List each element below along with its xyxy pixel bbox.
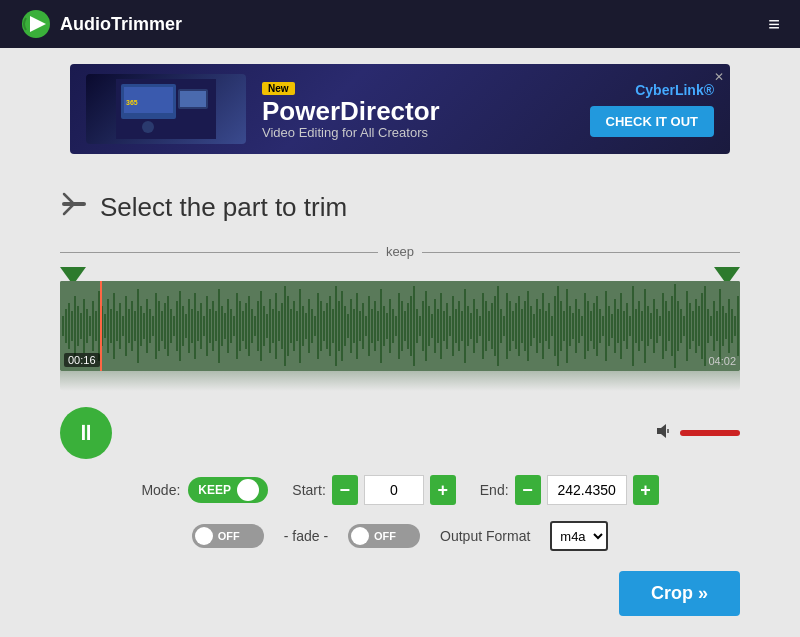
svg-rect-116 [377, 311, 379, 341]
svg-rect-75 [254, 316, 256, 336]
svg-rect-113 [368, 296, 370, 356]
svg-rect-224 [701, 293, 703, 359]
start-minus-button[interactable]: − [332, 475, 358, 505]
ad-image: 365 [86, 74, 246, 144]
svg-rect-159 [506, 293, 508, 359]
svg-rect-56 [197, 311, 199, 341]
svg-rect-15 [74, 296, 76, 356]
svg-rect-23 [98, 291, 100, 361]
play-pause-button[interactable]: ⏸ [60, 407, 112, 459]
end-value-input[interactable] [547, 475, 627, 505]
options-row: OFF - fade - OFF Output Format m4a mp3 o… [60, 521, 740, 551]
svg-rect-82 [275, 293, 277, 359]
svg-rect-156 [497, 286, 499, 366]
svg-rect-207 [650, 313, 652, 339]
svg-rect-110 [359, 311, 361, 341]
svg-rect-35 [134, 311, 136, 341]
section-title-area: Select the part to trim [60, 190, 740, 224]
svg-rect-198 [623, 311, 625, 341]
fade-in-toggle[interactable]: OFF [192, 524, 264, 548]
svg-rect-169 [536, 299, 538, 353]
mode-group: Mode: KEEP [141, 477, 268, 503]
svg-rect-115 [374, 301, 376, 351]
svg-rect-148 [473, 299, 475, 353]
svg-rect-214 [671, 296, 673, 356]
svg-rect-232 [725, 313, 727, 339]
svg-rect-152 [485, 301, 487, 351]
start-plus-button[interactable]: + [430, 475, 456, 505]
svg-rect-160 [509, 301, 511, 351]
svg-rect-37 [140, 306, 142, 346]
svg-rect-142 [455, 309, 457, 343]
end-plus-button[interactable]: + [633, 475, 659, 505]
waveform[interactable]: // Generated inline waveform bars [60, 281, 740, 371]
svg-rect-124 [401, 301, 403, 351]
svg-rect-141 [452, 296, 454, 356]
svg-rect-194 [611, 314, 613, 338]
svg-rect-69 [236, 293, 238, 359]
end-minus-button[interactable]: − [515, 475, 541, 505]
svg-rect-34 [131, 301, 133, 351]
svg-rect-114 [371, 309, 373, 343]
svg-rect-222 [695, 299, 697, 353]
svg-rect-16 [77, 306, 79, 346]
svg-rect-78 [263, 306, 265, 346]
svg-rect-42 [155, 293, 157, 359]
svg-rect-105 [344, 306, 346, 346]
svg-rect-127 [410, 296, 412, 356]
svg-rect-155 [494, 296, 496, 356]
svg-rect-197 [620, 293, 622, 359]
svg-rect-144 [461, 311, 463, 341]
svg-rect-225 [704, 286, 706, 366]
svg-rect-221 [692, 311, 694, 341]
svg-rect-202 [635, 309, 637, 343]
svg-rect-195 [614, 299, 616, 353]
svg-rect-94 [311, 309, 313, 343]
svg-rect-121 [392, 309, 394, 343]
svg-rect-107 [350, 299, 352, 353]
svg-rect-150 [479, 316, 481, 336]
svg-rect-119 [386, 313, 388, 339]
output-format-select[interactable]: m4a mp3 ogg wav [550, 521, 608, 551]
svg-rect-47 [170, 309, 172, 343]
svg-rect-59 [206, 296, 208, 356]
svg-rect-165 [524, 301, 526, 351]
svg-rect-128 [413, 286, 415, 366]
fade-in-knob [195, 527, 213, 545]
volume-bar[interactable] [680, 430, 740, 436]
svg-rect-43 [158, 301, 160, 351]
svg-rect-170 [539, 309, 541, 343]
svg-rect-208 [653, 299, 655, 353]
svg-rect-46 [167, 296, 169, 356]
mode-toggle[interactable]: KEEP [188, 477, 268, 503]
crop-button[interactable]: Crop » [619, 571, 740, 616]
svg-rect-233 [728, 299, 730, 353]
svg-rect-153 [488, 311, 490, 341]
svg-rect-134 [431, 314, 433, 338]
ad-close-button[interactable]: ✕ [714, 70, 724, 84]
ad-cta-button[interactable]: CHECK IT OUT [590, 106, 714, 137]
svg-rect-27 [110, 309, 112, 343]
svg-rect-73 [248, 296, 250, 356]
svg-rect-106 [347, 314, 349, 338]
svg-rect-147 [470, 313, 472, 339]
fade-out-toggle[interactable]: OFF [348, 524, 420, 548]
ad-right: CyberLink® CHECK IT OUT [590, 82, 714, 137]
svg-rect-77 [260, 291, 262, 361]
svg-rect-70 [239, 301, 241, 351]
svg-rect-118 [383, 306, 385, 346]
svg-rect-200 [629, 316, 631, 336]
svg-rect-182 [575, 299, 577, 353]
svg-rect-80 [269, 299, 271, 353]
svg-rect-219 [686, 291, 688, 361]
svg-rect-229 [716, 311, 718, 341]
svg-rect-65 [224, 313, 226, 339]
start-value-input[interactable] [364, 475, 424, 505]
svg-rect-41 [152, 316, 154, 336]
svg-rect-185 [584, 293, 586, 359]
svg-rect-28 [113, 293, 115, 359]
hamburger-menu[interactable]: ≡ [768, 14, 780, 34]
svg-rect-25 [104, 314, 106, 338]
svg-rect-205 [644, 289, 646, 363]
fade-separator-label: - fade - [284, 528, 328, 544]
